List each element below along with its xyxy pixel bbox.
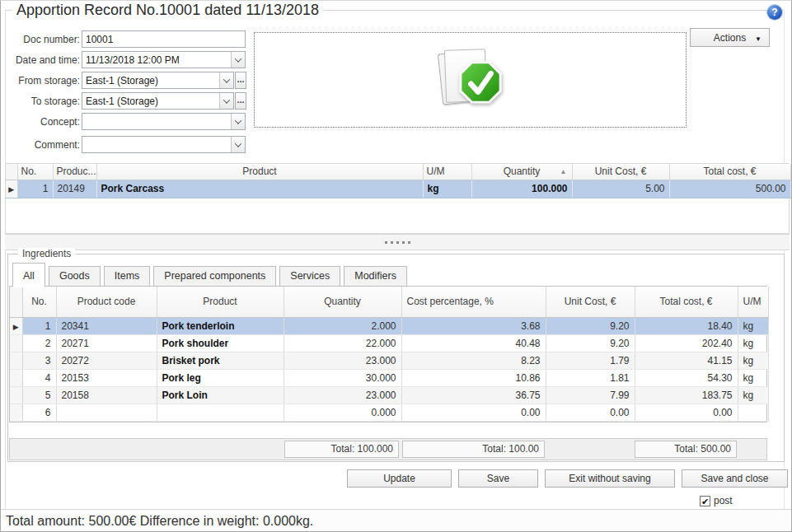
column-header-cost-percentage[interactable]: Cost percentage, % (401, 287, 546, 317)
cell-total-cost[interactable]: 0.00 (635, 404, 738, 421)
cell-product-code[interactable]: 20158 (56, 386, 157, 404)
cell-product[interactable] (157, 404, 284, 421)
cell-unit-cost[interactable]: 0.00 (546, 404, 635, 421)
cell-quantity[interactable]: 23.000 (284, 352, 401, 369)
column-header-quantity[interactable]: Quantity ▲ (471, 164, 572, 180)
chevron-down-icon[interactable] (219, 72, 233, 88)
splitter-handle[interactable] (5, 234, 790, 250)
from-storage-combobox[interactable]: East-1 (Storage) (82, 72, 234, 89)
concept-combobox[interactable] (82, 113, 246, 130)
cell-quantity[interactable]: 22.000 (284, 334, 401, 352)
cell-total-cost[interactable]: 202.40 (635, 334, 738, 352)
save-button[interactable]: Save (458, 469, 538, 488)
update-button[interactable]: Update (347, 469, 452, 488)
chevron-down-icon[interactable] (231, 114, 245, 129)
column-header-product-code[interactable]: Produc... (53, 164, 96, 180)
save-and-close-button[interactable]: Save and close (682, 469, 788, 488)
comment-combobox[interactable] (82, 136, 246, 153)
cell-no[interactable]: 1 (22, 317, 56, 334)
tab-all[interactable]: All (12, 263, 45, 287)
cell-quantity[interactable]: 2.000 (284, 317, 401, 334)
cell-um[interactable]: kg (423, 180, 471, 198)
cell-cost-percentage[interactable]: 8.23 (401, 352, 546, 369)
help-icon[interactable]: ? (767, 5, 782, 20)
cell-no[interactable]: 6 (22, 404, 56, 421)
exit-without-saving-button[interactable]: Exit without saving (545, 469, 675, 488)
column-header-product-code[interactable]: Product code (56, 287, 157, 317)
cell-cost-percentage[interactable]: 3.68 (401, 317, 546, 334)
to-storage-combobox[interactable]: East-1 (Storage) (82, 92, 234, 110)
cell-product[interactable]: Pork Carcass (96, 180, 423, 198)
cell-um[interactable] (738, 404, 768, 421)
column-header-unit-cost[interactable]: Unit Cost, € (572, 164, 669, 180)
cell-quantity[interactable]: 0.000 (284, 404, 401, 421)
cell-no[interactable]: 2 (22, 334, 56, 352)
cell-um[interactable]: kg (738, 352, 768, 369)
cell-product-code[interactable] (56, 404, 157, 421)
table-row[interactable]: 6 0.000 0.00 0.00 0.00 (10, 404, 768, 421)
column-header-product[interactable]: Product (157, 287, 284, 317)
cell-total-cost[interactable]: 41.15 (635, 352, 738, 369)
column-header-no[interactable]: No. (17, 164, 53, 180)
column-header-um[interactable]: U/M (423, 164, 471, 180)
column-header-unit-cost[interactable]: Unit Cost, € (546, 287, 635, 317)
cell-um[interactable]: kg (738, 317, 768, 334)
date-time-combobox[interactable]: 11/13/2018 12:00 PM (82, 51, 246, 68)
tab-modifiers[interactable]: Modifiers (344, 266, 407, 287)
cell-cost-percentage[interactable]: 0.00 (401, 404, 546, 421)
table-row[interactable]: ▶ 1 20149 Pork Carcass kg 100.000 5.00 5… (6, 180, 790, 198)
cell-product[interactable]: Pork leg (157, 369, 284, 386)
cell-no[interactable]: 5 (22, 386, 56, 404)
table-row[interactable]: 2 20271 Pork shoulder 22.000 40.48 9.20 … (10, 334, 768, 352)
chevron-down-icon[interactable] (231, 137, 245, 152)
cell-no[interactable]: 3 (22, 352, 56, 369)
actions-button[interactable]: Actions ▼ (690, 28, 770, 47)
cell-no[interactable]: 4 (22, 369, 56, 386)
table-row[interactable]: 5 20158 Pork Loin 23.000 36.75 7.99 183.… (10, 386, 768, 404)
cell-cost-percentage[interactable]: 10.86 (401, 369, 546, 386)
tab-items[interactable]: Items (104, 266, 151, 287)
cell-quantity[interactable]: 23.000 (284, 386, 401, 404)
tab-services[interactable]: Services (279, 266, 340, 287)
cell-cost-percentage[interactable]: 40.48 (401, 334, 546, 352)
cell-unit-cost[interactable]: 9.20 (546, 317, 635, 334)
column-header-quantity[interactable]: Quantity (284, 287, 401, 317)
cell-product[interactable]: Brisket pork (157, 352, 284, 369)
table-row[interactable]: 4 20153 Pork leg 30.000 10.86 1.81 54.30… (10, 369, 768, 386)
post-checkbox[interactable]: ✔ post (700, 495, 733, 506)
column-header-total-cost[interactable]: Total cost, € (669, 164, 790, 180)
cell-product-code[interactable]: 20341 (56, 317, 157, 334)
doc-number-input[interactable] (82, 31, 245, 47)
cell-unit-cost[interactable]: 1.81 (546, 369, 635, 386)
cell-total-cost[interactable]: 54.30 (635, 369, 738, 386)
cell-um[interactable]: kg (738, 334, 768, 352)
cell-quantity[interactable]: 30.000 (284, 369, 401, 386)
from-storage-browse-button[interactable]: ... (235, 72, 246, 89)
to-storage-browse-button[interactable]: ... (235, 92, 246, 110)
doc-number-field[interactable] (82, 30, 246, 48)
cell-product-code[interactable]: 20153 (56, 369, 157, 386)
cell-product[interactable]: Pork Loin (157, 386, 284, 404)
cell-total-cost[interactable]: 18.40 (635, 317, 738, 334)
cell-product-code[interactable]: 20272 (56, 352, 157, 369)
table-row[interactable]: ▶ 1 20341 Pork tenderloin 2.000 3.68 9.2… (10, 317, 768, 334)
document-image-box[interactable] (254, 32, 687, 128)
cell-um[interactable]: kg (738, 386, 768, 404)
tab-goods[interactable]: Goods (49, 266, 101, 287)
column-header-no[interactable]: No. (22, 287, 56, 317)
cell-product[interactable]: Pork tenderloin (157, 317, 284, 334)
cell-quantity[interactable]: 100.000 (471, 180, 572, 198)
tab-prepared-components[interactable]: Prepared components (153, 266, 276, 287)
cell-product-code[interactable]: 20271 (56, 334, 157, 352)
cell-unit-cost[interactable]: 1.79 (546, 352, 635, 369)
cell-unit-cost[interactable]: 5.00 (572, 180, 669, 198)
cell-total-cost[interactable]: 183.75 (635, 386, 738, 404)
cell-unit-cost[interactable]: 9.20 (546, 334, 635, 352)
checkbox-check-icon[interactable]: ✔ (700, 496, 710, 506)
chevron-down-icon[interactable] (219, 93, 233, 109)
column-header-um[interactable]: U/M (738, 287, 768, 317)
cell-product[interactable]: Pork shoulder (157, 334, 284, 352)
cell-um[interactable]: kg (738, 369, 768, 386)
chevron-down-icon[interactable] (231, 52, 245, 68)
cell-product-code[interactable]: 20149 (53, 180, 96, 198)
